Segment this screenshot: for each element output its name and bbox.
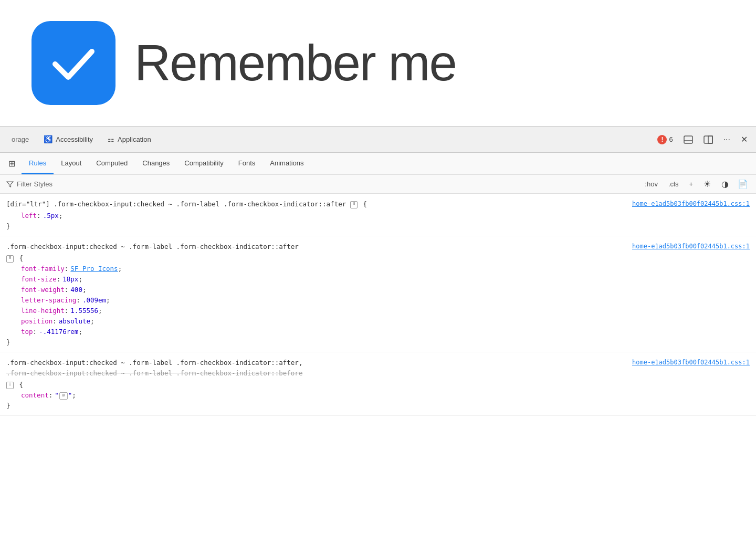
css-source-link-2[interactable]: home-e1ad5b03fb00f02445b1.css:1 — [632, 242, 750, 252]
subtab-fonts[interactable]: Fonts — [231, 153, 263, 174]
css-prop-name-top: top — [21, 327, 33, 337]
css-prop-value-position: absolute — [59, 316, 90, 327]
css-prop-name-position: position — [21, 316, 52, 327]
tab-storage-label: orage — [12, 135, 29, 143]
subtab-compatibility-label: Compatibility — [184, 159, 223, 167]
css-rule-3-header: .form-checkbox-input:checked ~ .form-lab… — [0, 357, 756, 380]
subtab-rules[interactable]: Rules — [22, 153, 54, 174]
css-prop-name-font-family: font-family — [21, 264, 65, 274]
app-title: Remember me — [134, 34, 456, 92]
css-prop-name-1-1: left — [21, 211, 37, 221]
subtab-layout-label: Layout — [61, 159, 81, 167]
close-icon: ✕ — [741, 134, 748, 144]
css-prop-line-2-7: top: -.41176rem; — [0, 327, 756, 337]
dock-bottom-icon — [684, 135, 693, 144]
css-brace-open-3: ⠿ { — [0, 380, 756, 390]
css-prop-value-font-family[interactable]: SF Pro Icons — [70, 264, 118, 274]
css-brace-open-2: ⠿ { — [0, 253, 756, 264]
dock-bottom-button[interactable] — [679, 132, 697, 147]
svg-marker-4 — [7, 182, 13, 187]
panel-toggle-icon: ⊞ — [8, 159, 15, 168]
doc-button[interactable]: 📄 — [736, 177, 750, 191]
css-prop-value-top: -.41176rem — [39, 327, 78, 337]
subtab-compatibility[interactable]: Compatibility — [177, 153, 230, 174]
error-badge-icon: ! — [657, 135, 667, 144]
css-brace-close-3: } — [0, 401, 756, 411]
css-rule-2-header: .form-checkbox-input:checked ~ .form-lab… — [0, 240, 756, 253]
css-selector-3: .form-checkbox-input:checked ~ .form-lab… — [6, 358, 302, 379]
css-prop-name-line-height: line-height — [21, 306, 65, 316]
error-badge-button[interactable]: ! 6 — [653, 133, 677, 146]
subtab-animations[interactable]: Animations — [262, 153, 311, 174]
subtab-computed[interactable]: Computed — [89, 153, 135, 174]
subtabs-bar: ⊞ Rules Layout Computed Changes Compatib… — [0, 153, 756, 175]
dark-mode-icon: ◑ — [721, 179, 729, 189]
add-rule-button[interactable]: + — [686, 179, 696, 190]
css-brace-close-1: } — [0, 221, 756, 232]
css-prop-value-1-1: .5px — [43, 211, 59, 221]
css-prop-name-letter-spacing: letter-spacing — [21, 295, 76, 306]
css-source-link-1[interactable]: home-e1ad5b03fb00f02445b1.css:1 — [632, 199, 750, 209]
css-prop-value-font-weight: 400 — [70, 285, 82, 295]
cls-button[interactable]: .cls — [665, 179, 682, 190]
subtab-rules-label: Rules — [29, 159, 46, 167]
css-content: [dir="ltr"] .form-checkbox-input:checked… — [0, 194, 756, 416]
undock-icon — [704, 135, 713, 144]
pseudo-icon-1: ⠿ — [350, 201, 358, 208]
css-selector-3-main: .form-checkbox-input:checked ~ .form-lab… — [6, 358, 302, 368]
doc-icon: 📄 — [738, 179, 748, 189]
css-prop-line-2-1: font-family: SF Pro Icons; — [0, 264, 756, 274]
css-prop-line-2-6: position: absolute; — [0, 316, 756, 327]
svg-rect-3 — [708, 136, 712, 143]
css-selector-2: .form-checkbox-input:checked ~ .form-lab… — [6, 242, 622, 252]
tab-application[interactable]: ⚏ Application — [100, 127, 159, 153]
more-options-icon: ··· — [723, 135, 730, 144]
css-prop-name-content: content — [21, 390, 49, 401]
dark-mode-button[interactable]: ◑ — [718, 177, 732, 191]
app-header: Remember me — [0, 0, 756, 121]
css-prop-name-font-size: font-size — [21, 274, 57, 285]
subtab-animations-label: Animations — [270, 159, 303, 167]
css-source-link-3[interactable]: home-e1ad5b03fb00f02445b1.css:1 — [632, 358, 750, 368]
close-devtools-button[interactable]: ✕ — [737, 131, 752, 148]
css-prop-line-2-2: font-size: 18px; — [0, 274, 756, 285]
light-mode-button[interactable]: ☀ — [700, 177, 714, 191]
tab-accessibility[interactable]: ♿ Accessibility — [36, 127, 100, 153]
css-prop-line-1-1: left: .5px; — [0, 211, 756, 221]
css-prop-value-letter-spacing: .009em — [82, 295, 106, 306]
light-mode-icon: ☀ — [704, 179, 711, 189]
css-rule-block-2: .form-checkbox-input:checked ~ .form-lab… — [0, 236, 756, 352]
css-prop-line-3-1: content: "⊞"; — [0, 390, 756, 401]
svg-rect-0 — [684, 136, 692, 143]
accessibility-icon: ♿ — [44, 135, 52, 143]
subtab-fonts-label: Fonts — [238, 159, 256, 167]
more-options-button[interactable]: ··· — [719, 132, 734, 148]
filter-styles-label: Filter Styles — [6, 180, 52, 188]
css-prop-line-2-5: line-height: 1.55556; — [0, 306, 756, 316]
devtools-tabs-bar: orage ♿ Accessibility ⚏ Application ! 6 — [0, 127, 756, 153]
devtools-panel: orage ♿ Accessibility ⚏ Application ! 6 — [0, 126, 756, 416]
devtools-right-actions: ! 6 ··· ✕ — [653, 131, 752, 148]
css-prop-line-2-4: letter-spacing: .009em; — [0, 295, 756, 306]
panel-toggle-button[interactable]: ⊞ — [4, 156, 19, 171]
undock-button[interactable] — [699, 132, 717, 147]
pseudo-icon-3: ⠿ — [6, 382, 14, 389]
application-icon: ⚏ — [108, 135, 114, 143]
css-selector-3-strike: .form-checkbox-input:checked ~ .form-lab… — [6, 368, 302, 379]
subtab-layout[interactable]: Layout — [54, 153, 89, 174]
css-prop-line-2-3: font-weight: 400; — [0, 285, 756, 295]
css-prop-value-line-height: 1.55556 — [70, 306, 98, 316]
css-rule-1-header: [dir="ltr"] .form-checkbox-input:checked… — [0, 198, 756, 211]
hov-button[interactable]: :hov — [642, 179, 661, 190]
tab-accessibility-label: Accessibility — [56, 135, 93, 143]
app-icon — [32, 21, 116, 105]
error-count: 6 — [669, 135, 673, 143]
tab-application-label: Application — [118, 135, 151, 143]
css-prop-value-content: "⊞" — [55, 390, 72, 401]
filter-icon — [6, 181, 14, 188]
tab-storage[interactable]: orage — [4, 127, 36, 153]
pseudo-icon-2: ⠿ — [6, 255, 14, 263]
css-prop-value-font-size: 18px — [62, 274, 78, 285]
css-selector-1: [dir="ltr"] .form-checkbox-input:checked… — [6, 199, 622, 210]
subtab-changes[interactable]: Changes — [135, 153, 177, 174]
